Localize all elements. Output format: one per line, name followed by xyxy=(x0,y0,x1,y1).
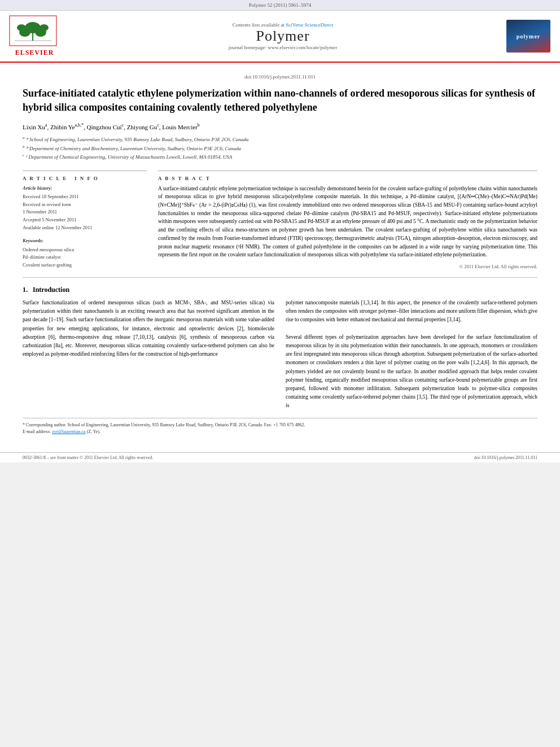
abstract-column: A B S T R A C T A surface-initiated cata… xyxy=(158,171,537,269)
received-revised-date: 1 November 2011 xyxy=(23,208,147,216)
article-info-header: A R T I C L E I N F O xyxy=(23,176,147,181)
copyright-line: © 2011 Elsevier Ltd. All rights reserved… xyxy=(158,264,537,269)
sciverse-line: Contents lists available at SciVerse Sci… xyxy=(65,22,500,28)
keyword-2: Pd–diimine catalyst xyxy=(23,254,147,261)
journal-title: Polymer xyxy=(65,28,500,45)
authors-line: Lixin Xua, Zhibin Yea,b,*, Qingzhou Cuic… xyxy=(23,123,537,130)
introduction-section: 1. Introduction Surface functionalizatio… xyxy=(23,286,537,410)
history-label: Article history: xyxy=(23,185,147,193)
keywords-label: Keywords: xyxy=(23,237,147,245)
introduction-title: 1. Introduction xyxy=(23,286,537,294)
footnote-star: * Corresponding author. School of Engine… xyxy=(23,422,537,429)
journal-center: Contents lists available at SciVerse Sci… xyxy=(65,22,500,50)
footnote-section: * Corresponding author. School of Engine… xyxy=(23,418,537,435)
doi-bar: doi:10.1016/j.polymer.2011.11.011 xyxy=(23,74,537,80)
received-date: Received 18 September 2011 xyxy=(23,193,147,201)
bottom-bar: 0032-3861/$ – see front matter © 2011 El… xyxy=(0,452,560,462)
intro-right-column: polymer nanocomposite materials [1,3,14]… xyxy=(286,299,537,410)
keyword-1: Ordered mesoporous silica xyxy=(23,246,147,254)
doi-bottom: doi:10.1016/j.polymer.2011.11.011 xyxy=(474,455,537,460)
affiliations: a ᵃ School of Engineering, Laurentian Un… xyxy=(23,135,537,161)
journal-right-logo: polymer xyxy=(506,20,551,53)
email-name: (Z. Ye). xyxy=(87,429,100,434)
affiliation-b: b ᵇ Department of Chemistry and Biochemi… xyxy=(23,144,537,153)
affiliation-c: c ᶜ Department of Chemical Engineering, … xyxy=(23,152,537,161)
article-info-abstract: A R T I C L E I N F O Article history: R… xyxy=(23,171,537,269)
article-title: Surface-initiated catalytic ethylene pol… xyxy=(23,86,537,115)
section-number: 1. xyxy=(23,286,28,294)
available-date: Available online 12 November 2011 xyxy=(23,224,147,232)
sciverse-link[interactable]: SciVerse ScienceDirect xyxy=(286,22,333,28)
contents-list-label: Contents lists available at xyxy=(233,22,285,28)
email-label: E-mail address: xyxy=(23,429,51,434)
journal-homepage: journal homepage: www.elsevier.com/locat… xyxy=(65,45,500,50)
keywords-section: Keywords: Ordered mesoporous silica Pd–d… xyxy=(23,237,147,269)
citation-text: Polymer 52 (2011) 5961–5974 xyxy=(249,2,311,8)
received-revised-label: Received in revised form xyxy=(23,201,147,209)
intro-right-text: polymer nanocomposite materials [1,3,14]… xyxy=(286,299,537,410)
footnote-email: E-mail address: zye@laurentian.ca (Z. Ye… xyxy=(23,429,537,435)
email-link[interactable]: zye@laurentian.ca xyxy=(52,429,86,434)
keyword-3: Covalent surface-grafting xyxy=(23,261,147,269)
article-info-block: Article history: Received 18 September 2… xyxy=(23,185,147,232)
accepted-date: Accepted 5 November 2011 xyxy=(23,216,147,224)
intro-left-column: Surface functionalization of ordered mes… xyxy=(23,299,274,410)
polymer-badge-image: polymer xyxy=(506,20,550,53)
intro-left-text: Surface functionalization of ordered mes… xyxy=(23,299,274,359)
polymer-badge-text: polymer xyxy=(517,33,541,40)
svg-point-7 xyxy=(40,24,49,31)
abstract-text: A surface-initiated catalytic ethylene p… xyxy=(158,185,537,259)
elsevier-wordmark: ELSEVIER xyxy=(9,49,60,57)
abstract-header: A B S T R A C T xyxy=(158,176,537,181)
introduction-body: Surface functionalization of ordered mes… xyxy=(23,299,537,410)
journal-header: ELSEVIER Contents lists available at Sci… xyxy=(0,11,560,63)
section-divider xyxy=(23,277,537,278)
section-title-text: Introduction xyxy=(33,286,69,294)
affiliation-a: a ᵃ School of Engineering, Laurentian Un… xyxy=(23,135,537,144)
elsevier-tree-icon xyxy=(9,15,57,46)
svg-point-6 xyxy=(17,24,26,31)
article-citation-bar: Polymer 52 (2011) 5961–5974 xyxy=(0,0,560,11)
article-info-column: A R T I C L E I N F O Article history: R… xyxy=(23,171,147,269)
authors-text: Lixin Xua, Zhibin Yea,b,*, Qingzhou Cuic… xyxy=(23,124,200,130)
issn-text: 0032-3861/$ – see front matter © 2011 El… xyxy=(23,455,153,460)
doi-text: doi:10.1016/j.polymer.2011.11.011 xyxy=(244,74,316,80)
article-content: doi:10.1016/j.polymer.2011.11.011 Surfac… xyxy=(0,63,560,447)
elsevier-logo: ELSEVIER xyxy=(9,15,60,57)
